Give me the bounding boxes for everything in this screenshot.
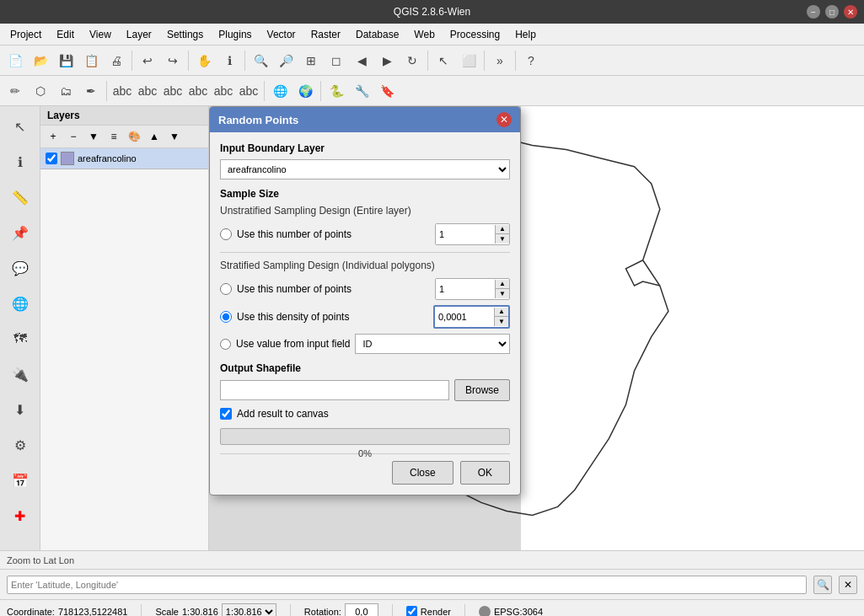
window-controls[interactable]: − □ ✕ (807, 5, 857, 19)
menu-layer[interactable]: Layer (120, 27, 158, 42)
python-button[interactable]: 🐍 (325, 79, 348, 103)
add-result-checkbox[interactable] (220, 408, 232, 420)
menu-view[interactable]: View (83, 27, 118, 42)
unstratified-spin-down[interactable]: ▼ (496, 234, 509, 244)
digitize-button[interactable]: ✒ (79, 79, 103, 103)
sidebar-cross-btn[interactable]: ✚ (3, 499, 37, 533)
zoom-in-button[interactable]: 🔍 (249, 49, 272, 72)
ok-button[interactable]: OK (460, 461, 510, 485)
unstratified-number-spinner[interactable]: 1 ▲ ▼ (435, 223, 510, 245)
zoom-full-button[interactable]: ⊞ (299, 49, 323, 72)
save-project-button[interactable]: 💾 (54, 49, 78, 72)
sidebar-annotation-btn[interactable]: 📌 (3, 216, 37, 249)
minimize-button[interactable]: − (807, 5, 820, 19)
globe-button[interactable]: 🌐 (268, 79, 292, 103)
stratified-density-spinner[interactable]: 0,0001 ▲ ▼ (433, 305, 510, 329)
open-project-button[interactable]: 📂 (29, 49, 52, 72)
node-button[interactable]: ⬡ (29, 79, 52, 103)
menu-plugins[interactable]: Plugins (212, 27, 258, 42)
stratified-density-spin-up[interactable]: ▲ (495, 308, 508, 317)
restore-button[interactable]: □ (825, 5, 839, 19)
stratified-density-radio[interactable] (220, 311, 232, 323)
stratified-density-input[interactable]: 0,0001 (435, 307, 494, 327)
latlon-search-button[interactable]: 🔍 (813, 576, 832, 594)
sidebar-settings-btn[interactable]: ⚙ (3, 428, 37, 462)
layer-item[interactable]: areafrancolino (40, 148, 208, 169)
menu-raster[interactable]: Raster (304, 27, 347, 42)
sidebar-map-tips-btn[interactable]: 💬 (3, 251, 37, 285)
latlon-input[interactable] (7, 576, 807, 594)
output-path-input[interactable] (220, 380, 449, 400)
close-dialog-button[interactable]: Close (392, 461, 453, 485)
browse-button[interactable]: Browse (454, 379, 510, 401)
layer-style-btn[interactable]: 🎨 (125, 127, 143, 146)
stratified-density-label[interactable]: Use this density of points (237, 311, 428, 323)
unstratified-number-input[interactable]: 1 (436, 224, 495, 244)
add-result-label[interactable]: Add result to canvas (237, 408, 329, 420)
undo-button[interactable]: ↩ (136, 49, 159, 72)
stratified-number-radio[interactable] (220, 283, 232, 295)
filter-layer-btn[interactable]: ▼ (84, 127, 103, 146)
dialog-close-button[interactable]: ✕ (496, 112, 512, 127)
layer-visible-checkbox[interactable] (46, 153, 57, 164)
select-rect-button[interactable]: ⬜ (457, 49, 480, 72)
label3-btn[interactable]: abc (161, 79, 185, 103)
menu-help[interactable]: Help (508, 27, 543, 42)
input-boundary-select[interactable]: areafrancolino (220, 159, 510, 179)
stratified-spin-down[interactable]: ▼ (496, 289, 509, 298)
save-as-button[interactable]: 📋 (79, 49, 103, 72)
add-layer-btn[interactable]: + (44, 127, 62, 146)
new-project-button[interactable]: 📄 (3, 49, 27, 72)
stratified-field-radio[interactable] (220, 339, 231, 350)
label4-btn[interactable]: abc (186, 79, 210, 103)
sidebar-globe2-btn[interactable]: 🗺 (3, 322, 37, 356)
stratified-field-select[interactable]: ID (355, 334, 510, 354)
unstratified-number-radio[interactable] (220, 228, 232, 240)
plugin-button[interactable]: 🔧 (350, 79, 373, 103)
stratified-field-label[interactable]: Use value from input field (236, 338, 350, 350)
rotation-input[interactable] (345, 603, 378, 617)
layer-tool-button[interactable]: 🗂 (54, 79, 78, 103)
unstratified-number-label[interactable]: Use this number of points (237, 228, 430, 240)
menu-project[interactable]: Project (3, 27, 48, 42)
menu-vector[interactable]: Vector (260, 27, 303, 42)
sidebar-measure-btn[interactable]: 📏 (3, 180, 37, 214)
remove-layer-btn[interactable]: − (64, 127, 83, 146)
stratified-number-spinner[interactable]: 1 ▲ ▼ (435, 278, 510, 300)
bookmark-button[interactable]: 🔖 (375, 79, 399, 103)
edit-button[interactable]: ✏ (3, 79, 27, 103)
identify-button[interactable]: ℹ (217, 49, 241, 72)
label2-btn[interactable]: abc (136, 79, 159, 103)
close-button[interactable]: ✕ (844, 5, 857, 19)
more-button[interactable]: » (488, 49, 512, 72)
sidebar-calendar-btn[interactable]: 📅 (3, 463, 37, 497)
zoom-selection-button[interactable]: ◻ (325, 49, 348, 72)
layer-move-dn-btn[interactable]: ▼ (165, 127, 184, 146)
menu-database[interactable]: Database (349, 27, 405, 42)
sidebar-globe-btn[interactable]: 🌐 (3, 287, 37, 320)
zoom-out-button[interactable]: 🔎 (274, 49, 298, 72)
pan-button[interactable]: ✋ (192, 49, 216, 72)
render-item[interactable]: Render (406, 606, 451, 616)
redo-button[interactable]: ↪ (161, 49, 185, 72)
stratified-density-spin-down[interactable]: ▼ (495, 317, 508, 326)
scale-select[interactable]: 1:30.816 (222, 603, 276, 617)
latlon-clear-button[interactable]: ✕ (839, 576, 857, 594)
menu-web[interactable]: Web (407, 27, 441, 42)
zoom-last-button[interactable]: ◀ (350, 49, 373, 72)
stratified-number-label[interactable]: Use this number of points (237, 283, 430, 295)
layer-properties-btn[interactable]: ≡ (105, 127, 123, 146)
unstratified-spin-up[interactable]: ▲ (496, 225, 509, 234)
menu-edit[interactable]: Edit (50, 27, 81, 42)
sidebar-identify-btn[interactable]: ℹ (3, 145, 37, 179)
stratified-number-input[interactable]: 1 (436, 279, 495, 299)
sidebar-down-btn[interactable]: ⬇ (3, 393, 37, 426)
render-checkbox[interactable] (406, 606, 417, 616)
sidebar-select-btn[interactable]: ↖ (3, 110, 37, 143)
label5-btn[interactable]: abc (212, 79, 235, 103)
label6-btn[interactable]: abc (237, 79, 260, 103)
sidebar-plugin2-btn[interactable]: 🔌 (3, 357, 37, 391)
stratified-spin-up[interactable]: ▲ (496, 280, 509, 289)
label-btn[interactable]: abc (110, 79, 134, 103)
canvas-area[interactable]: Random Points ✕ Input Boundary Layer are… (209, 106, 864, 550)
